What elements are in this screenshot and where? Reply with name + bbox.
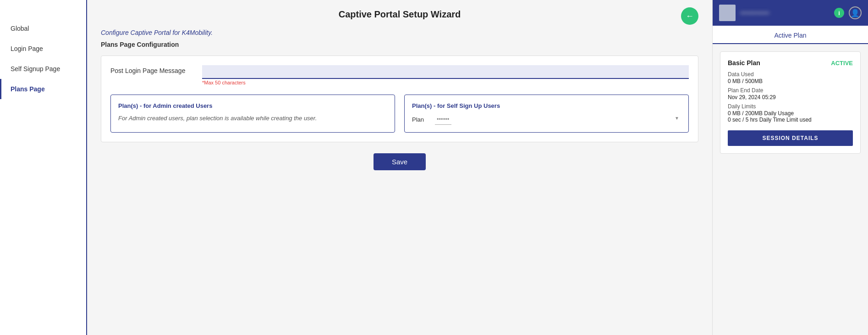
right-panel: •••••••••••••• i 👤 Active Plan Basic Pla…	[712, 0, 868, 335]
header-name: ••••••••••••••	[740, 10, 830, 17]
plan-select-row: Plan ••••••	[412, 114, 681, 125]
save-button[interactable]: Save	[374, 153, 426, 170]
admin-plan-card-title: Plan(s) - for Admin created Users	[118, 102, 387, 109]
sidebar-item-login-page[interactable]: Login Page	[0, 39, 86, 59]
session-details-button[interactable]: SESSION DETAILS	[728, 130, 853, 146]
back-icon: ←	[686, 11, 694, 21]
plan-status-badge: ACTIVE	[831, 60, 853, 67]
plans-config-card: Post Login Page Message *Max 50 characte…	[101, 56, 698, 142]
right-panel-header: •••••••••••••• i 👤	[713, 0, 868, 26]
sidebar-item-global[interactable]: Global	[0, 18, 86, 39]
sidebar: Global Login Page Self Signup Page Plans…	[0, 0, 87, 335]
self-signup-plan-card-title: Plan(s) - for Self Sign Up Users	[412, 102, 681, 109]
back-button[interactable]: ←	[681, 7, 698, 25]
data-used-label: Data Used	[728, 71, 853, 78]
main-content: Captive Portal Setup Wizard ← Configure …	[87, 0, 712, 335]
daily-time-value: 0 sec / 5 hrs Daily Time Limit used	[728, 117, 853, 123]
section-label: Plans Page Configuration	[101, 41, 698, 48]
sidebar-item-self-signup-page[interactable]: Self Signup Page	[0, 59, 86, 79]
plans-row: Plan(s) - for Admin created Users For Ad…	[110, 95, 689, 133]
header-avatar	[719, 5, 736, 21]
configure-label: Configure Captive Portal for K4Mobility.	[101, 29, 698, 36]
post-login-section: Post Login Page Message *Max 50 characte…	[110, 65, 689, 85]
page-title: Captive Portal Setup Wizard	[339, 9, 461, 20]
active-plan-tab[interactable]: Active Plan	[713, 26, 868, 44]
plan-info-card: Basic Plan ACTIVE Data Used 0 MB / 500MB…	[720, 51, 861, 154]
plan-info-top: Basic Plan ACTIVE	[728, 59, 853, 67]
right-panel-body: Basic Plan ACTIVE Data Used 0 MB / 500MB…	[713, 44, 868, 335]
sidebar-item-plans-page[interactable]: Plans Page	[0, 79, 86, 99]
admin-plan-card-desc: For Admin created users, plan selection …	[118, 114, 387, 123]
plan-end-date-value: Nov 29, 2024 05:29	[728, 94, 853, 100]
plan-name: Basic Plan	[728, 59, 760, 67]
daily-limits-label: Daily Limits	[728, 103, 853, 110]
plan-select[interactable]: ••••••	[435, 114, 451, 125]
max-chars-hint: *Max 50 characters	[202, 80, 689, 85]
post-login-input[interactable]	[202, 65, 689, 79]
active-plan-tab-label: Active Plan	[774, 32, 806, 39]
info-icon[interactable]: i	[834, 8, 844, 18]
data-used-value: 0 MB / 500MB	[728, 78, 853, 84]
plan-select-label: Plan	[412, 116, 430, 123]
self-signup-plan-card: Plan(s) - for Self Sign Up Users Plan ••…	[404, 95, 689, 133]
admin-plan-card: Plan(s) - for Admin created Users For Ad…	[110, 95, 395, 133]
post-login-label: Post Login Page Message	[110, 65, 193, 74]
plan-select-wrap: ••••••	[435, 114, 681, 125]
plan-end-date-label: Plan End Date	[728, 87, 853, 94]
user-icon[interactable]: 👤	[849, 6, 862, 19]
daily-usage-value: 0 MB / 200MB Daily Usage	[728, 110, 853, 117]
